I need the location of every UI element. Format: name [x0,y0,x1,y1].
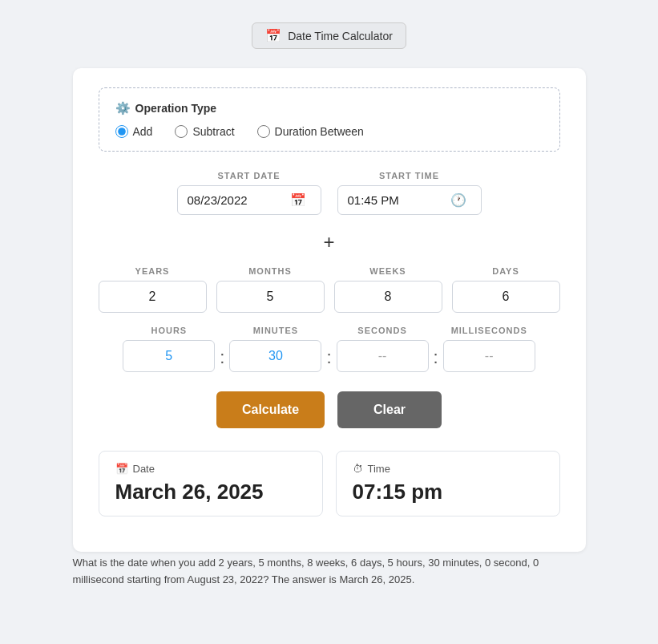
start-time-label: START TIME [379,171,439,180]
days-field: DAYS [452,266,560,313]
days-label: DAYS [492,266,519,276]
duration-grid: YEARS MONTHS WEEKS DAYS [99,266,560,313]
start-time-input[interactable] [348,193,444,207]
minutes-input[interactable] [229,340,321,372]
separator-1: : [220,330,224,368]
clear-button[interactable]: Clear [337,391,442,428]
separator-3: : [434,330,438,368]
hours-label: HOURS [151,326,187,335]
calendar-result-icon: 📅 [115,463,128,475]
start-date-label: START DATE [217,171,280,180]
years-input[interactable] [99,281,207,313]
calendar-icon: 📅 [290,192,306,208]
time-result-label: ⏱ Time [353,463,543,475]
radio-subtract[interactable]: Subtract [175,125,234,138]
clock-result-icon: ⏱ [353,463,363,475]
result-row: 📅 Date March 26, 2025 ⏱ Time 07:15 pm [99,451,560,516]
time-result-card: ⏱ Time 07:15 pm [336,451,560,516]
start-date-group: START DATE 📅 [177,171,321,215]
main-card: ⚙️ Operation Type Add Subtract Duration … [73,68,586,552]
operation-type-section: ⚙️ Operation Type Add Subtract Duration … [99,87,560,152]
operation-type-title: ⚙️ Operation Type [115,101,543,115]
plus-symbol: + [99,231,560,253]
hours-group: HOURS [123,326,215,372]
date-result-value: March 26, 2025 [115,480,306,504]
seconds-label: SECONDS [357,326,406,335]
seconds-group: SECONDS [337,326,429,372]
milliseconds-label: MILLISECONDS [451,326,527,335]
seconds-input[interactable] [337,340,429,372]
weeks-field: WEEKS [334,266,442,313]
years-field: YEARS [99,266,207,313]
milliseconds-group: MILLISECONDS [443,326,535,372]
date-time-row: START DATE 📅 START TIME 🕐 [99,171,560,215]
date-result-label: 📅 Date [115,463,306,475]
start-time-input-container[interactable]: 🕐 [337,185,482,215]
gear-icon: ⚙️ [115,101,131,115]
title-bar: 📅 Date Time Calculator [252,22,406,49]
calculate-button[interactable]: Calculate [216,391,325,428]
start-time-group: START TIME 🕐 [337,171,482,215]
clock-icon: 🕐 [450,192,466,208]
separator-2: : [326,330,331,368]
time-row: HOURS : MINUTES : SECONDS : MILLISECONDS [99,326,560,372]
start-date-input-container[interactable]: 📅 [177,185,321,215]
radio-group: Add Subtract Duration Between [115,125,543,138]
start-date-input[interactable] [188,193,284,207]
years-label: YEARS [135,266,170,276]
weeks-input[interactable] [334,281,442,313]
radio-duration[interactable]: Duration Between [257,125,364,138]
title-bar-text: Date Time Calculator [288,30,393,43]
months-label: MONTHS [248,266,292,276]
calendar-title-icon: 📅 [265,28,281,43]
time-result-value: 07:15 pm [353,480,543,504]
days-input[interactable] [452,281,560,313]
weeks-label: WEEKS [369,266,406,276]
radio-add[interactable]: Add [115,125,153,138]
button-row: Calculate Clear [99,391,560,428]
hours-input[interactable] [123,340,215,372]
date-result-card: 📅 Date March 26, 2025 [99,451,323,516]
minutes-group: MINUTES [229,326,321,372]
description-text: What is the date when you add 2 years, 5… [73,555,586,589]
months-input[interactable] [216,281,325,313]
milliseconds-input[interactable] [443,340,535,372]
minutes-label: MINUTES [253,326,299,335]
months-field: MONTHS [216,266,325,313]
